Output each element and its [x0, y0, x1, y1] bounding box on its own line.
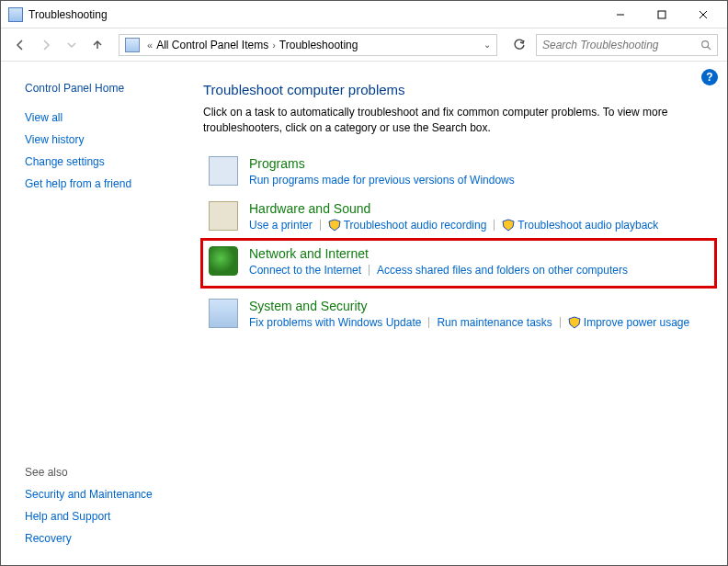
- up-button[interactable]: [87, 35, 108, 55]
- forward-button[interactable]: [36, 35, 56, 55]
- category-network-and-internet: Network and InternetConnect to the Inter…: [200, 238, 717, 289]
- sidebar-link-change-settings[interactable]: Change settings: [25, 155, 179, 168]
- task-link[interactable]: Connect to the Internet: [249, 264, 361, 277]
- category-icon: [209, 246, 238, 276]
- svg-line-5: [708, 46, 711, 49]
- task-link[interactable]: Access shared files and folders on other…: [377, 264, 628, 277]
- control-panel-home-link[interactable]: Control Panel Home: [25, 82, 179, 95]
- divider: [428, 317, 429, 328]
- page-description: Click on a task to automatically trouble…: [203, 105, 681, 136]
- sidebar-link-view-history[interactable]: View history: [25, 133, 179, 146]
- app-icon: [8, 7, 23, 22]
- task-link[interactable]: Improve power usage: [568, 316, 689, 329]
- window-title: Troubleshooting: [28, 8, 108, 21]
- svg-rect-1: [658, 11, 665, 18]
- chevron-right-icon: ›: [272, 40, 276, 51]
- divider: [320, 220, 321, 231]
- task-link[interactable]: Use a printer: [249, 219, 313, 232]
- category-title[interactable]: Network and Internet: [249, 246, 709, 261]
- sidebar: Control Panel Home View all View history…: [1, 62, 185, 565]
- category-programs: ProgramsRun programs made for previous v…: [203, 151, 714, 196]
- maximize-button[interactable]: [641, 2, 682, 28]
- refresh-button[interactable]: [508, 34, 530, 56]
- svg-point-4: [702, 40, 709, 47]
- svg-marker-6: [329, 220, 340, 231]
- category-title[interactable]: System and Security: [249, 299, 709, 313]
- breadcrumb-item-2[interactable]: Troubleshooting: [279, 39, 358, 51]
- task-link[interactable]: Troubleshoot audio playback: [502, 219, 658, 232]
- breadcrumb-dropdown-icon[interactable]: ⌄: [483, 40, 491, 50]
- shield-icon: [502, 219, 515, 232]
- page-title: Troubleshoot computer problems: [203, 82, 714, 97]
- main-content: ? Troubleshoot computer problems Click o…: [185, 62, 727, 565]
- see-also-help[interactable]: Help and Support: [25, 510, 179, 523]
- breadcrumb-icon: [125, 38, 140, 52]
- minimize-button[interactable]: [599, 2, 641, 28]
- sidebar-link-get-help[interactable]: Get help from a friend: [25, 177, 179, 190]
- divider: [494, 220, 495, 231]
- task-link[interactable]: Run maintenance tasks: [437, 316, 552, 329]
- category-icon: [209, 201, 238, 231]
- shield-icon: [568, 316, 581, 329]
- category-title[interactable]: Hardware and Sound: [249, 201, 709, 216]
- svg-marker-7: [503, 220, 514, 231]
- search-box[interactable]: [536, 34, 718, 56]
- recent-dropdown[interactable]: [62, 35, 82, 55]
- help-button[interactable]: ?: [701, 69, 718, 85]
- category-system-and-security: System and SecurityFix problems with Win…: [203, 293, 714, 338]
- svg-marker-8: [569, 317, 580, 328]
- task-link[interactable]: Fix problems with Windows Update: [249, 316, 421, 329]
- breadcrumb-prefix: «: [147, 40, 153, 51]
- category-title[interactable]: Programs: [249, 156, 709, 171]
- shield-icon: [328, 219, 341, 232]
- nav-bar: « All Control Panel Items › Troubleshoot…: [1, 28, 727, 62]
- close-button[interactable]: [682, 2, 723, 28]
- see-also-recovery[interactable]: Recovery: [25, 532, 179, 545]
- titlebar: Troubleshooting: [1, 1, 727, 28]
- back-button[interactable]: [10, 35, 30, 55]
- see-also-header: See also: [25, 466, 179, 479]
- category-hardware-and-sound: Hardware and SoundUse a printerTroublesh…: [203, 196, 714, 241]
- search-input[interactable]: [542, 39, 700, 51]
- task-link[interactable]: Troubleshoot audio recording: [328, 219, 487, 232]
- divider: [560, 317, 561, 328]
- breadcrumb[interactable]: « All Control Panel Items › Troubleshoot…: [119, 34, 497, 56]
- category-icon: [209, 299, 238, 328]
- divider: [369, 265, 370, 276]
- search-icon: [700, 40, 711, 51]
- sidebar-link-view-all[interactable]: View all: [25, 111, 179, 124]
- breadcrumb-item-1[interactable]: All Control Panel Items: [156, 39, 268, 51]
- category-icon: [209, 156, 238, 186]
- see-also-security[interactable]: Security and Maintenance: [25, 488, 179, 501]
- task-link[interactable]: Run programs made for previous versions …: [249, 174, 515, 187]
